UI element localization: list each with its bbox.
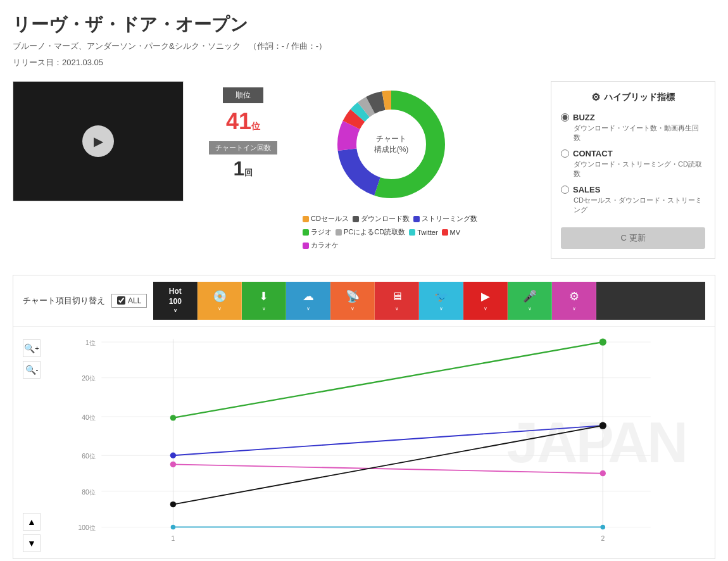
svg-line-37 [173, 425, 603, 504]
tab-pc[interactable]: 🖥 ∨ [375, 282, 419, 320]
svg-text:構成比(%): 構成比(%) [374, 145, 409, 154]
scroll-down-button[interactable]: ▼ [23, 534, 41, 552]
svg-text:40位: 40位 [82, 413, 96, 420]
twitter-icon: 🐦 [434, 289, 448, 303]
chart-header: チャート項目切り替え ALL Hot100 ∨ 💿 ∨ ⬇ ∨ [13, 275, 715, 327]
mic-icon: 🎤 [523, 289, 537, 303]
svg-line-28 [173, 342, 603, 418]
buzz-desc: ダウンロード・ツイート数・動画再生回数 [574, 123, 705, 142]
cd-icon: 💿 [213, 289, 227, 303]
svg-text:1: 1 [172, 535, 175, 542]
svg-text:80位: 80位 [82, 488, 96, 495]
song-title: リーヴ・ザ・ドア・オープン [13, 13, 715, 37]
buzz-option[interactable]: BUZZ ダウンロード・ツイート数・動画再生回数 [561, 113, 705, 142]
graph-area: 🔍+ 🔍- ▲ ▼ JAPAN 1位 20位 40位 60位 80位 100位 [13, 327, 715, 558]
release-date: リリース日：2021.03.05 [13, 57, 715, 68]
svg-line-31 [173, 425, 603, 455]
video-thumbnail[interactable]: ▶ [13, 81, 184, 201]
svg-point-42 [601, 524, 606, 529]
chart-stats: 順位 41位 チャートイン回数 1回 [196, 81, 290, 259]
hybrid-panel: ⚙ ハイブリッド指標 BUZZ ダウンロード・ツイート数・動画再生回数 CONT… [551, 81, 715, 259]
tab-mic[interactable]: 🎤 ∨ [508, 282, 552, 320]
hybrid-tab-icon: ⚙ [569, 289, 579, 303]
svg-text:2: 2 [601, 535, 605, 542]
svg-text:1位: 1位 [85, 339, 96, 346]
sales-desc: CDセールス・ダウンロード・ストリーミング [574, 196, 705, 215]
update-button[interactable]: C 更新 [561, 227, 705, 249]
tab-radio[interactable]: 📡 ∨ [330, 282, 375, 320]
tab-hybrid[interactable]: ⚙ ∨ [552, 282, 596, 320]
graph-controls: 🔍+ 🔍- ▲ ▼ [23, 333, 41, 552]
chart-in-count: 1回 [234, 157, 253, 180]
gear-icon: ⚙ [591, 91, 600, 103]
svg-point-30 [599, 338, 606, 345]
svg-point-35 [170, 461, 176, 467]
tab-cdsales[interactable]: 💿 ∨ [198, 282, 242, 320]
sales-option[interactable]: SALES CDセールス・ダウンロード・ストリーミング [561, 185, 705, 215]
play-button[interactable]: ▶ [82, 125, 114, 157]
svg-point-38 [170, 501, 176, 507]
pc-icon: 🖥 [391, 290, 403, 303]
zoom-out-button[interactable]: 🔍- [23, 361, 41, 379]
all-checkbox[interactable]: ALL [111, 294, 147, 308]
tab-twitter[interactable]: 🐦 ∨ [419, 282, 463, 320]
tab-hot100[interactable]: Hot100 ∨ [153, 282, 198, 320]
svg-text:60位: 60位 [82, 453, 96, 460]
radio-icon: 📡 [346, 289, 360, 303]
svg-line-34 [173, 464, 603, 473]
svg-point-39 [599, 422, 606, 429]
svg-text:チャート: チャート [376, 134, 406, 143]
svg-text:100位: 100位 [78, 524, 96, 531]
download-icon: ⬇ [259, 289, 268, 303]
tab-download[interactable]: ⬇ ∨ [242, 282, 286, 320]
hybrid-title: ⚙ ハイブリッド指標 [561, 91, 705, 103]
donut-chart-section: チャート 構成比(%) CDセールス ダウンロード数 ストリーミング数 ラジオ … [303, 81, 480, 259]
svg-text:20位: 20位 [82, 375, 96, 382]
scroll-up-button[interactable]: ▲ [23, 513, 41, 531]
contact-radio[interactable] [561, 149, 569, 158]
buzz-radio[interactable] [561, 113, 569, 122]
sales-radio[interactable] [561, 186, 569, 194]
chart-in-label: チャートイン回数 [209, 141, 277, 154]
chart-header-title: チャート項目切り替え [23, 295, 105, 306]
mv-icon: ▶ [481, 289, 490, 303]
tab-streaming[interactable]: ☁ ∨ [286, 282, 330, 320]
chart-section: チャート項目切り替え ALL Hot100 ∨ 💿 ∨ ⬇ ∨ [13, 275, 715, 559]
svg-point-29 [170, 415, 176, 420]
contact-option[interactable]: CONTACT ダウンロード・ストリーミング・CD読取数 [561, 149, 705, 179]
tab-mv[interactable]: ▶ ∨ [463, 282, 508, 320]
svg-point-32 [170, 452, 176, 458]
zoom-in-button[interactable]: 🔍+ [23, 339, 41, 357]
svg-point-36 [600, 470, 606, 476]
contact-desc: ダウンロード・ストリーミング・CD読取数 [574, 160, 705, 179]
donut-legend: CDセールス ダウンロード数 ストリーミング数 ラジオ PCによるCD読取数 T… [303, 214, 480, 250]
all-check-input[interactable] [117, 296, 125, 305]
rank-label: 順位 [223, 87, 263, 103]
cloud-icon: ☁ [303, 289, 314, 303]
svg-point-41 [171, 524, 176, 529]
song-subtitle: ブルーノ・マーズ、アンダーソン・パーク&シルク・ソニック （作詞：- / 作曲：… [13, 41, 715, 52]
rank-value: 41位 [226, 108, 260, 135]
hybrid-options: BUZZ ダウンロード・ツイート数・動画再生回数 CONTACT ダウンロード・… [561, 113, 705, 215]
chart-tabs: Hot100 ∨ 💿 ∨ ⬇ ∨ ☁ ∨ 📡 ∨ [153, 282, 705, 320]
